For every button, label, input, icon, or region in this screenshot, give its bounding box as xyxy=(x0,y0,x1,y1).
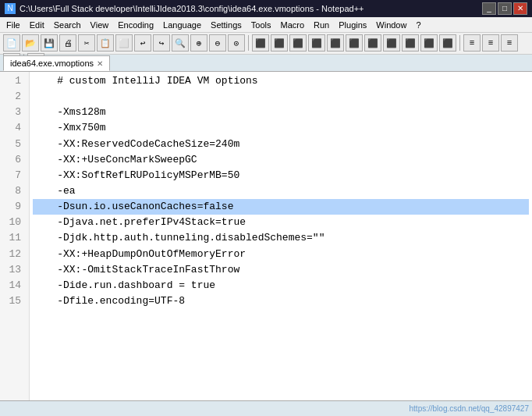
menu-item-settings[interactable]: Settings xyxy=(206,19,246,31)
menu-item-encoding[interactable]: Encoding xyxy=(113,19,158,31)
tab-bar: idea64.exe.vmoptions✕ xyxy=(0,55,532,72)
maximize-button[interactable]: □ xyxy=(498,2,512,15)
line-number-4: 4 xyxy=(0,120,24,136)
menu-item-view[interactable]: View xyxy=(86,19,114,31)
menu-item-edit[interactable]: Edit xyxy=(25,19,49,31)
code-line-12: -XX:+HeapDumpOnOutOfMemoryError xyxy=(33,247,529,262)
menu-item-?[interactable]: ? xyxy=(411,19,425,31)
toolbar-button-9[interactable]: 🔍 xyxy=(172,34,189,52)
title-bar: N C:\Users\Full Stack developer\IntelliJ… xyxy=(0,0,532,17)
toolbar-button-6[interactable]: ⬜ xyxy=(115,34,133,52)
line-number-8: 8 xyxy=(0,183,24,199)
toolbar: 📄📂💾🖨✂📋⬜↩↪🔍⊕⊖⊙⬛⬛⬛⬛⬛⬛⬛⬛⬛⬛⬛≡≡≡≡🔴 xyxy=(0,33,532,55)
line-numbers: 123456789101112131415 xyxy=(0,72,30,400)
code-line-11: -Djdk.http.auth.tunneling.disabledScheme… xyxy=(33,230,529,246)
code-line-9: -Dsun.io.useCanonCaches=false xyxy=(33,199,529,215)
line-number-10: 10 xyxy=(0,215,24,230)
toolbar-button-22[interactable]: ⬛ xyxy=(402,34,419,52)
code-line-14: -Dide.run.dashboard = true xyxy=(33,278,529,293)
toolbar-button-14[interactable]: ⬛ xyxy=(252,34,269,52)
line-number-5: 5 xyxy=(0,137,24,152)
toolbar-button-28[interactable]: ≡ xyxy=(501,34,518,52)
app-icon: N xyxy=(5,3,16,14)
toolbar-button-3[interactable]: 🖨 xyxy=(59,34,76,52)
watermark: https://blog.csdn.net/qq_42897427 xyxy=(410,404,529,413)
toolbar-button-8[interactable]: ↪ xyxy=(153,34,170,52)
close-button[interactable]: ✕ xyxy=(513,2,527,15)
code-line-6: -XX:+UseConcMarkSweepGC xyxy=(33,152,529,168)
line-number-1: 1 xyxy=(0,73,24,89)
toolbar-button-4[interactable]: ✂ xyxy=(78,34,95,52)
window-controls: _ □ ✕ xyxy=(482,2,527,15)
toolbar-button-20[interactable]: ⬛ xyxy=(364,34,381,52)
tab-close-icon[interactable]: ✕ xyxy=(97,59,103,68)
toolbar-button-17[interactable]: ⬛ xyxy=(308,34,325,52)
minimize-button[interactable]: _ xyxy=(482,2,496,15)
line-number-2: 2 xyxy=(0,89,24,105)
window-title: C:\Users\Full Stack developer\IntelliJId… xyxy=(20,4,364,13)
toolbar-separator xyxy=(248,35,249,51)
toolbar-button-19[interactable]: ⬛ xyxy=(346,34,363,52)
menu-item-tools[interactable]: Tools xyxy=(246,19,276,31)
status-bar: https://blog.csdn.net/qq_42897427 xyxy=(0,400,532,416)
code-line-15: -Dfile.encoding=UTF-8 xyxy=(33,293,529,309)
code-line-7: -XX:SoftRefLRUPolicyMSPerMB=50 xyxy=(33,168,529,183)
line-number-6: 6 xyxy=(0,152,24,168)
tab-label: idea64.exe.vmoptions xyxy=(10,59,94,68)
toolbar-button-7[interactable]: ↩ xyxy=(134,34,151,52)
menu-item-language[interactable]: Language xyxy=(158,19,206,31)
toolbar-button-15[interactable]: ⬛ xyxy=(271,34,288,52)
editor-container: 123456789101112131415 # custom IntelliJ … xyxy=(0,72,532,400)
code-line-13: -XX:-OmitStackTraceInFastThrow xyxy=(33,262,529,278)
toolbar-button-1[interactable]: 📂 xyxy=(22,34,39,52)
code-line-1: # custom IntelliJ IDEA VM options xyxy=(33,73,529,89)
toolbar-separator xyxy=(459,35,460,51)
menu-item-plugins[interactable]: Plugins xyxy=(334,19,371,31)
code-line-4: -Xmx750m xyxy=(33,120,529,136)
code-line-3: -Xms128m xyxy=(33,105,529,120)
toolbar-button-0[interactable]: 📄 xyxy=(3,34,20,52)
toolbar-button-12[interactable]: ⊙ xyxy=(228,34,245,52)
line-number-9: 9 xyxy=(0,199,24,215)
toolbar-button-10[interactable]: ⊕ xyxy=(190,34,207,52)
line-number-7: 7 xyxy=(0,168,24,183)
menu-item-search[interactable]: Search xyxy=(49,19,86,31)
menu-bar: FileEditSearchViewEncodingLanguageSettin… xyxy=(0,17,532,33)
line-number-3: 3 xyxy=(0,105,24,120)
line-number-12: 12 xyxy=(0,247,24,262)
code-line-5: -XX:ReservedCodeCacheSize=240m xyxy=(33,137,529,152)
toolbar-button-11[interactable]: ⊖ xyxy=(209,34,226,52)
tab-idea64-exe-vmoptions[interactable]: idea64.exe.vmoptions✕ xyxy=(3,55,110,71)
line-number-15: 15 xyxy=(0,293,24,309)
line-number-14: 14 xyxy=(0,278,24,293)
toolbar-button-24[interactable]: ⬛ xyxy=(439,34,456,52)
toolbar-button-18[interactable]: ⬛ xyxy=(327,34,344,52)
line-number-11: 11 xyxy=(0,230,24,246)
toolbar-button-26[interactable]: ≡ xyxy=(463,34,481,52)
menu-item-run[interactable]: Run xyxy=(309,19,334,31)
code-line-2 xyxy=(33,89,529,105)
code-line-10: -Djava.net.preferIPv4Stack=true xyxy=(33,215,529,230)
toolbar-button-27[interactable]: ≡ xyxy=(482,34,499,52)
line-number-13: 13 xyxy=(0,262,24,278)
code-area[interactable]: # custom IntelliJ IDEA VM options -Xms12… xyxy=(30,72,532,400)
menu-item-window[interactable]: Window xyxy=(371,19,411,31)
code-line-8: -ea xyxy=(33,183,529,199)
toolbar-button-16[interactable]: ⬛ xyxy=(289,34,307,52)
toolbar-button-2[interactable]: 💾 xyxy=(41,34,58,52)
menu-item-macro[interactable]: Macro xyxy=(275,19,309,31)
toolbar-button-21[interactable]: ⬛ xyxy=(383,34,400,52)
toolbar-button-23[interactable]: ⬛ xyxy=(420,34,438,52)
toolbar-button-5[interactable]: 📋 xyxy=(97,34,114,52)
menu-item-file[interactable]: File xyxy=(2,19,25,31)
